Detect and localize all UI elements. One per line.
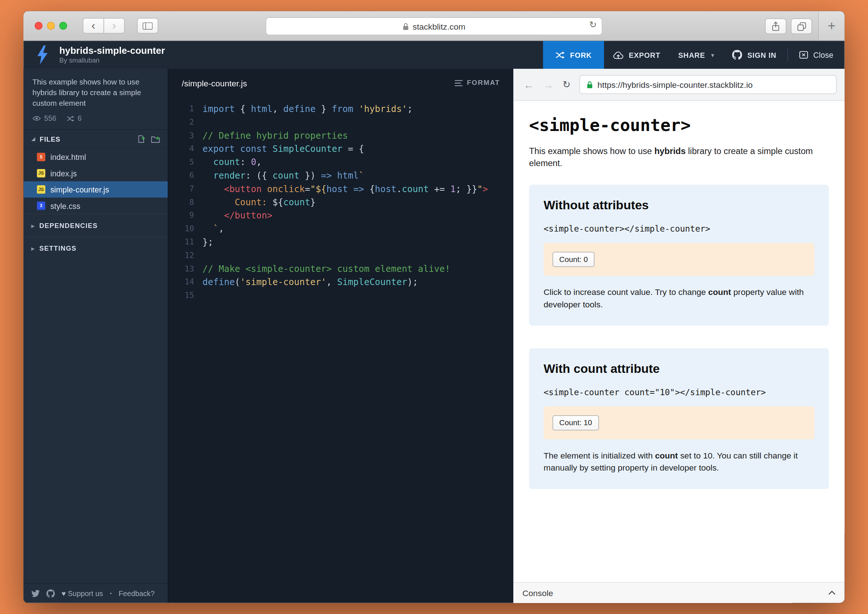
line-number: 8 [168,196,194,209]
new-folder-icon[interactable] [151,135,160,143]
line-content: render: ({ count }) => html` [194,169,364,182]
code-line[interactable]: 12 [168,249,513,262]
file-name: simple-counter.js [50,185,109,194]
file-type-icon: 3 [37,202,45,210]
ssl-lock-icon [587,81,593,88]
eye-icon [33,116,41,122]
code-line[interactable]: 4 export const SimpleCounter = { [168,142,513,155]
line-number: 2 [168,116,194,129]
support-us-link[interactable]: ♥ Support us [61,589,103,597]
show-tabs-button[interactable] [791,18,812,34]
minimize-window-button[interactable] [47,22,54,30]
code-line[interactable]: 1 import { html, define } from 'hybrids'… [168,103,513,116]
project-description: This example shows how to use hybrids li… [23,69,168,113]
line-content: count: 0, [194,156,262,169]
line-content: </button> [194,209,273,222]
count-button[interactable]: Count: 0 [552,252,595,267]
zoom-window-button[interactable] [59,22,67,30]
file-row[interactable]: JS simple-counter.js [23,182,168,197]
file-type-icon: JS [37,169,45,178]
forward-button[interactable]: › [104,18,125,34]
share-button-label: SHARE [678,50,705,59]
file-row[interactable]: 3 style.css [23,198,168,214]
code-line[interactable]: 8 Count: ${count} [168,196,513,209]
file-type-icon: JS [37,185,45,194]
editor-tabbar: /simple-counter.js FORMAT [168,69,513,96]
files-label: FILES [40,135,61,143]
new-file-icon[interactable] [137,135,146,143]
code-line[interactable]: 15 [168,289,513,302]
history-nav: ‹ › [83,18,125,34]
code-line[interactable]: 6 render: ({ count }) => html` [168,169,513,182]
preview-reload-button[interactable]: ↻ [563,79,571,90]
close-button-label: Close [813,50,833,59]
sidebar-item-dependencies[interactable]: ▸ DEPENDENCIES [23,214,168,237]
chevron-right-icon: › [112,20,116,31]
line-content: }; [194,236,213,249]
sign-in-button[interactable]: SIGN IN [723,41,785,69]
code-area[interactable]: 1 import { html, define } from 'hybrids'… [168,97,513,603]
code-line[interactable]: 7 <button onclick="${host => {host.count… [168,182,513,195]
code-line[interactable]: 2 [168,116,513,129]
close-panel-icon [799,51,808,59]
forks-stat: 6 [67,115,82,123]
line-number: 7 [168,182,194,195]
sign-in-button-label: SIGN IN [747,50,776,59]
new-tab-button[interactable]: + [818,11,845,40]
code-editor: /simple-counter.js FORMAT 1 import { htm… [168,69,513,603]
preview-address-bar[interactable]: https://hybrids-simple-counter.stackblit… [580,75,837,94]
close-button[interactable]: Close [790,41,845,69]
counter-demo-area: Count: 10 [544,406,814,439]
stackblitz-logo-icon[interactable] [33,45,53,65]
open-file-tab[interactable]: /simple-counter.js [182,78,247,87]
page-intro: This example shows how to use hybrids li… [529,145,821,170]
line-number: 9 [168,209,194,222]
export-button[interactable]: EXPORT [604,41,669,69]
format-button[interactable]: FORMAT [454,79,500,87]
console-bar[interactable]: Console [513,582,845,603]
file-type-icon: 5 [37,153,45,162]
back-button[interactable]: ‹ [83,18,104,34]
count-button[interactable]: Count: 10 [552,415,598,430]
reload-icon[interactable]: ↻ [589,20,597,30]
code-line[interactable]: 5 count: 0, [168,156,513,169]
sidebar-spacer [23,260,168,583]
line-content [194,289,203,302]
share-button[interactable]: SHARE ▾ [670,41,724,69]
address-bar-url: stackblitz.com [413,22,465,31]
code-line[interactable]: 9 </button> [168,209,513,222]
header-actions: FORK EXPORT SHARE ▾ SIGN IN Close [543,41,845,69]
feedback-link[interactable]: Feedback? [118,589,154,597]
sidebar-toggle-button[interactable] [137,18,158,34]
code-line[interactable]: 10 `, [168,222,513,236]
preview-back-button[interactable]: ← [524,79,534,90]
share-page-button[interactable] [765,18,786,34]
line-content: // Define hybrid properties [194,129,348,142]
line-content: import { html, define } from 'hybrids'; [194,103,413,116]
file-name: index.js [50,169,77,178]
code-line[interactable]: 11 }; [168,236,513,249]
line-number: 11 [168,236,194,249]
github-footer-icon[interactable] [46,589,55,597]
sidebar-item-settings[interactable]: ▸ SETTINGS [23,237,168,260]
counter-demo-area: Count: 0 [544,243,814,276]
file-row[interactable]: 5 index.html [23,149,168,165]
sidebar-footer: ♥ Support us • Feedback? [23,583,168,603]
close-window-button[interactable] [35,22,42,30]
fork-count-icon [67,115,74,122]
code-line[interactable]: 13 // Make <simple-counter> custom eleme… [168,262,513,275]
files-section-header[interactable]: FILES [23,129,168,149]
fork-button[interactable]: FORK [543,41,604,69]
line-content [194,249,203,262]
code-line[interactable]: 14 define('simple-counter', SimpleCounte… [168,275,513,289]
file-row[interactable]: JS index.js [23,165,168,182]
preview-forward-button[interactable]: → [543,79,553,90]
tabs-icon [797,22,806,31]
code-line[interactable]: 3 // Define hybrid properties [168,129,513,142]
lock-icon [403,23,409,30]
line-content: Count: ${count} [194,196,316,209]
section-heading: Without attributes [544,198,814,213]
line-content: // Make <simple-counter> custom element … [194,262,451,275]
twitter-icon[interactable] [31,589,40,597]
address-bar[interactable]: stackblitz.com ↻ [266,17,603,35]
